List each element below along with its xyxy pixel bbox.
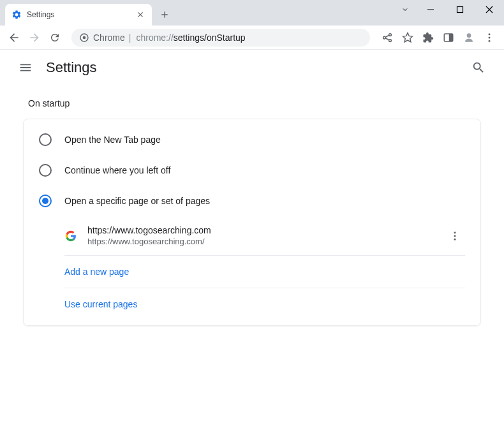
gear-icon <box>11 10 22 20</box>
svg-point-14 <box>489 36 491 38</box>
radio-unchecked-icon <box>39 133 52 146</box>
hamburger-menu-button[interactable] <box>13 55 38 80</box>
svg-rect-1 <box>457 7 463 13</box>
reload-button[interactable] <box>46 29 64 47</box>
extensions-button[interactable] <box>419 28 438 47</box>
svg-point-12 <box>467 33 471 38</box>
startup-page-entry: https://www.togosearching.com https://ww… <box>64 216 465 256</box>
radio-unchecked-icon <box>39 164 52 177</box>
share-button[interactable] <box>378 28 397 47</box>
radio-checked-icon <box>39 195 52 207</box>
svg-marker-9 <box>403 33 413 41</box>
svg-point-15 <box>489 40 491 41</box>
minimize-button[interactable] <box>416 0 445 19</box>
option-specific-pages[interactable]: Open a specific page or set of pages <box>24 186 480 216</box>
titlebar: Settings <box>0 0 504 26</box>
google-favicon-icon <box>64 230 77 242</box>
close-window-button[interactable] <box>475 0 504 19</box>
bookmark-button[interactable] <box>398 28 417 47</box>
back-button[interactable] <box>5 29 23 47</box>
search-settings-button[interactable] <box>466 55 491 80</box>
window-controls <box>394 0 504 26</box>
new-tab-button[interactable] <box>156 6 174 24</box>
site-chip: Chrome | <box>79 33 131 43</box>
menu-button[interactable] <box>480 28 499 47</box>
option-label: Open the New Tab page <box>64 135 161 145</box>
divider: | <box>129 33 131 43</box>
page-title: Settings <box>46 59 97 76</box>
side-panel-button[interactable] <box>439 28 458 47</box>
option-continue[interactable]: Continue where you left off <box>24 155 480 186</box>
browser-tab[interactable]: Settings <box>5 4 152 26</box>
forward-button[interactable] <box>26 29 43 47</box>
svg-point-17 <box>454 235 456 237</box>
page-url: https://www.togosearching.com/ <box>87 237 445 246</box>
svg-rect-11 <box>449 34 453 41</box>
chrome-icon <box>79 33 89 43</box>
svg-point-8 <box>389 39 392 41</box>
svg-point-18 <box>454 238 456 240</box>
tab-title: Settings <box>27 10 135 19</box>
add-page-row[interactable]: Add a new page <box>64 256 465 288</box>
add-page-link[interactable]: Add a new page <box>64 267 129 277</box>
svg-point-6 <box>383 36 386 39</box>
startup-card: Open the New Tab page Continue where you… <box>23 119 481 326</box>
page-entry-menu-button[interactable] <box>445 226 465 246</box>
toolbar: Chrome | chrome://settings/onStartup <box>0 26 504 50</box>
option-new-tab[interactable]: Open the New Tab page <box>24 124 480 155</box>
use-current-link[interactable]: Use current pages <box>64 299 137 309</box>
maximize-button[interactable] <box>445 0 475 19</box>
settings-header: Settings <box>0 50 504 85</box>
page-info: https://www.togosearching.com https://ww… <box>87 225 445 246</box>
option-label: Continue where you left off <box>64 165 170 175</box>
svg-point-13 <box>489 33 491 35</box>
content: On startup Open the New Tab page Continu… <box>0 85 504 339</box>
close-tab-button[interactable] <box>135 10 145 20</box>
address-bar[interactable]: Chrome | chrome://settings/onStartup <box>71 29 370 47</box>
url-text: chrome://settings/onStartup <box>136 33 245 43</box>
svg-point-5 <box>83 36 86 39</box>
page-name: https://www.togosearching.com <box>87 225 445 235</box>
option-label: Open a specific page or set of pages <box>64 196 210 206</box>
section-title: On startup <box>28 98 481 108</box>
chip-label: Chrome <box>93 33 125 43</box>
svg-point-16 <box>454 232 456 233</box>
use-current-row[interactable]: Use current pages <box>64 288 465 320</box>
profile-button[interactable] <box>459 28 478 47</box>
toolbar-actions <box>378 28 499 47</box>
chevron-down-icon[interactable] <box>394 0 416 19</box>
startup-pages-subsection: https://www.togosearching.com https://ww… <box>64 216 465 320</box>
svg-point-7 <box>389 33 392 36</box>
